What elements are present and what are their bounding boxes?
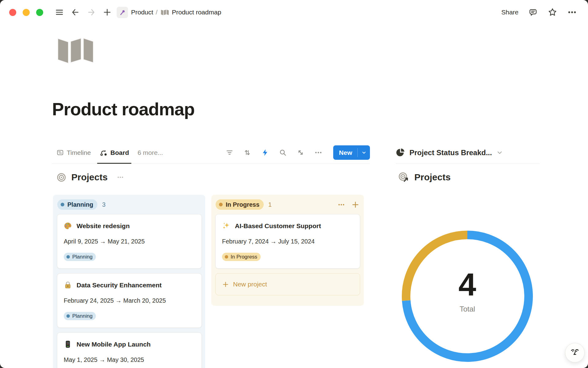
search-icon[interactable] — [279, 148, 287, 157]
chart-panel-header: Project Status Breakd... — [396, 142, 540, 164]
card-status-tag: Planning — [64, 312, 96, 320]
chart-section-title[interactable]: Projects — [414, 172, 450, 182]
status-badge-planning[interactable]: Planning — [57, 199, 97, 210]
breadcrumb: Product / Product roadmap — [117, 7, 221, 18]
column-count: 1 — [268, 201, 272, 208]
breadcrumb-page[interactable]: Product roadmap — [172, 9, 221, 16]
new-project-button[interactable]: New project — [215, 273, 360, 295]
column-options-icon[interactable] — [337, 201, 345, 209]
project-status-donut-chart[interactable]: 4 Total — [397, 226, 538, 367]
project-card-website-redesign[interactable]: Website redesign April 9, 2025 → May 21,… — [57, 214, 202, 269]
board-section-header: Projects — [56, 169, 124, 185]
zoom-window-button[interactable] — [36, 9, 43, 16]
board-column-in-progress: In Progress 1 AI-Based Customer Support … — [211, 195, 364, 306]
card-dates: February 7, 2024 → July 15, 2024 — [222, 238, 353, 245]
new-tab-icon[interactable] — [102, 7, 112, 17]
column-header: Planning 3 — [57, 199, 201, 210]
product-page-icon[interactable] — [117, 7, 128, 18]
card-title: AI-Based Customer Support — [235, 222, 321, 230]
board-section-title[interactable]: Projects — [71, 172, 107, 182]
project-card-ai-support[interactable]: AI-Based Customer Support February 7, 20… — [215, 214, 360, 269]
breadcrumb-product[interactable]: Product — [131, 9, 153, 16]
target-icon — [56, 172, 66, 182]
breadcrumb-separator: / — [156, 9, 157, 16]
status-dot — [66, 314, 70, 318]
close-window-button[interactable] — [9, 9, 16, 16]
tab-timeline[interactable]: Timeline — [52, 142, 95, 163]
topbar-actions: Share — [501, 7, 577, 17]
page-map-icon[interactable] — [55, 36, 93, 64]
chart-chevron-down-icon[interactable] — [496, 149, 503, 156]
card-title: Data Security Enhancement — [77, 282, 162, 289]
map-icon — [160, 9, 169, 16]
palette-icon — [64, 222, 72, 230]
column-count: 3 — [102, 201, 105, 208]
status-dot — [61, 203, 64, 206]
column-header: In Progress 1 — [216, 199, 360, 210]
target-link-icon — [398, 172, 409, 183]
project-card-data-security[interactable]: Data Security Enhancement February 24, 2… — [57, 273, 202, 328]
notion-ai-button[interactable] — [565, 343, 585, 362]
forward-icon[interactable] — [86, 7, 96, 17]
app-window: Product / Product roadmap Share Product … — [0, 0, 588, 368]
board-column-planning: Planning 3 Website redesign April 9, 202… — [53, 195, 205, 368]
section-options-icon[interactable] — [117, 174, 124, 181]
card-dates: April 9, 2025 → May 21, 2025 — [64, 238, 195, 245]
status-dot — [225, 255, 228, 259]
sort-icon[interactable] — [243, 148, 251, 157]
new-project-label: New project — [233, 281, 267, 288]
lock-icon — [64, 281, 72, 289]
tab-board-label: Board — [111, 149, 129, 156]
view-options-icon[interactable] — [314, 148, 322, 157]
back-icon[interactable] — [70, 7, 81, 17]
pie-chart-icon — [396, 148, 405, 157]
share-button[interactable]: Share — [501, 9, 518, 16]
new-button[interactable]: New — [333, 145, 357, 160]
more-views-button[interactable]: 6 more... — [138, 149, 163, 156]
column-add-icon[interactable] — [351, 201, 360, 209]
comments-icon[interactable] — [528, 8, 538, 17]
card-dates: May 1, 2025 → May 30, 2025 — [64, 356, 195, 363]
favorite-star-icon[interactable] — [548, 7, 557, 17]
card-title: Website redesign — [77, 222, 130, 230]
view-toolbar: New — [225, 145, 370, 160]
page-title: Product roadmap — [52, 99, 194, 119]
automations-lightning-icon[interactable] — [261, 148, 269, 157]
view-tab-bar: Timeline Board 6 more... — [52, 142, 370, 164]
status-badge-in-progress[interactable]: In Progress — [216, 199, 264, 210]
chart-section-header: Projects — [398, 169, 450, 185]
card-status-tag: Planning — [64, 253, 96, 261]
more-options-icon[interactable] — [567, 7, 577, 17]
top-bar: Product / Product roadmap Share — [0, 0, 588, 25]
sidebar-menu-icon[interactable] — [54, 7, 65, 17]
new-button-group: New — [333, 145, 370, 160]
status-dot — [66, 255, 70, 259]
filter-icon[interactable] — [225, 148, 234, 157]
card-dates: February 24, 2025 → March 20, 2025 — [64, 297, 195, 304]
mobile-phone-icon — [64, 340, 72, 348]
chart-title[interactable]: Project Status Breakd... — [409, 148, 492, 157]
window-controls — [9, 9, 43, 16]
donut-total-label: Total — [397, 305, 538, 313]
sparkles-icon — [222, 222, 230, 230]
new-button-dropdown[interactable] — [358, 145, 370, 160]
expand-icon[interactable] — [296, 148, 305, 157]
card-status-tag: In Progress — [222, 253, 261, 261]
donut-total-value: 4 — [397, 269, 538, 301]
status-dot — [219, 203, 223, 206]
project-card-mobile-app[interactable]: New Mobile App Launch May 1, 2025 → May … — [57, 332, 202, 368]
minimize-window-button[interactable] — [23, 9, 30, 16]
donut-center: 4 Total — [397, 269, 538, 313]
tab-board[interactable]: Board — [95, 142, 134, 163]
tab-timeline-label: Timeline — [67, 149, 91, 156]
column-actions — [337, 201, 360, 209]
card-title: New Mobile App Launch — [77, 341, 151, 348]
